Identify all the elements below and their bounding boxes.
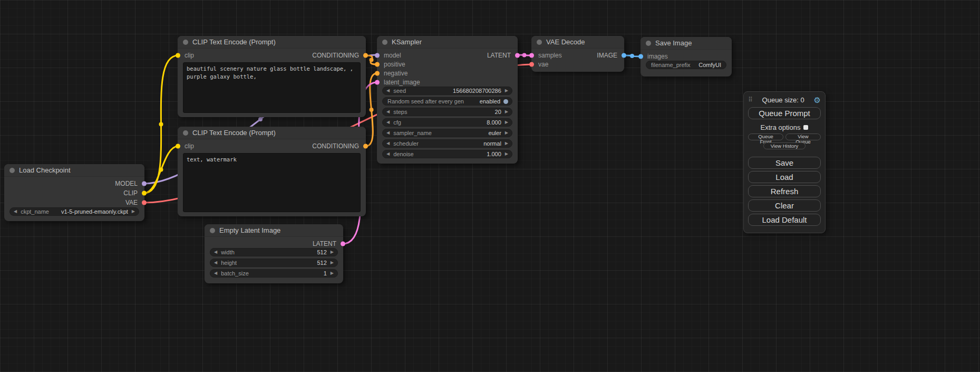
save-image-node[interactable]: Save Image images filename_prefix ComfyU… <box>641 37 732 77</box>
output-label: MODEL <box>115 180 138 187</box>
toggle-indicator-icon[interactable] <box>503 99 508 104</box>
view-history-button[interactable]: View History <box>763 142 806 149</box>
conditioning-output-port[interactable] <box>363 144 368 148</box>
node-title-bar[interactable]: Load Checkpoint <box>4 164 144 177</box>
sampler-name-widget[interactable]: ◀ sampler_name euler ▶ <box>382 129 512 137</box>
filename-prefix-widget[interactable]: filename_prefix ComfyUI <box>646 61 726 69</box>
batch-size-widget[interactable]: ◀ batch_size 1 ▶ <box>210 269 338 278</box>
comfy-menu-panel[interactable]: ⠿ Queue size: 0 ⚙ Queue Prompt Extra opt… <box>743 91 826 233</box>
increment-icon[interactable]: ▶ <box>505 152 508 156</box>
queue-size-label: Queue size: 0 <box>753 96 814 104</box>
clip-text-encode-negative-node[interactable]: CLIP Text Encode (Prompt) clip CONDITION… <box>178 127 366 216</box>
width-widget[interactable]: ◀ width 512 ▶ <box>210 248 338 256</box>
link-midpoint-dot <box>159 122 163 127</box>
latent-image-input-port[interactable] <box>375 80 380 84</box>
images-input-port[interactable] <box>638 54 643 59</box>
decrement-icon[interactable]: ◀ <box>386 110 390 114</box>
decrement-icon[interactable]: ◀ <box>214 250 217 254</box>
collapse-dot-icon[interactable] <box>183 130 188 136</box>
view-queue-button[interactable]: View Queue <box>785 133 821 140</box>
increment-icon[interactable]: ▶ <box>505 120 508 125</box>
extra-options-checkbox[interactable] <box>803 125 808 130</box>
clip-input-port[interactable] <box>176 53 180 58</box>
next-option-icon[interactable]: ▶ <box>505 131 508 135</box>
node-title-bar[interactable]: VAE Decode <box>531 36 624 49</box>
node-title-bar[interactable]: CLIP Text Encode (Prompt) <box>178 127 366 139</box>
decrement-icon[interactable]: ◀ <box>386 152 390 156</box>
collapse-dot-icon[interactable] <box>646 41 651 46</box>
empty-latent-image-node[interactable]: Empty Latent Image LATENT ◀ width 512 ▶ … <box>205 224 343 283</box>
widget-label: steps <box>393 109 494 115</box>
latent-output-port[interactable] <box>341 241 345 246</box>
node-graph-canvas[interactable]: Load Checkpoint MODEL CLIP VAE ◀ ckpt_na… <box>0 0 980 372</box>
drag-handle-icon[interactable]: ⠿ <box>748 96 753 103</box>
clear-button[interactable]: Clear <box>748 199 821 212</box>
vae-output-port[interactable] <box>142 201 147 205</box>
decrement-icon[interactable]: ◀ <box>386 89 390 93</box>
height-widget[interactable]: ◀ height 512 ▶ <box>210 259 338 267</box>
next-option-icon[interactable]: ▶ <box>132 209 135 214</box>
model-input-port[interactable] <box>375 53 380 58</box>
collapse-dot-icon[interactable] <box>183 40 188 45</box>
node-title: KSampler <box>392 38 422 46</box>
node-title: Empty Latent Image <box>219 226 280 234</box>
load-default-button[interactable]: Load Default <box>748 214 821 226</box>
collapse-dot-icon[interactable] <box>537 40 542 45</box>
clip-input-port[interactable] <box>176 144 180 148</box>
decrement-icon[interactable]: ◀ <box>386 120 390 125</box>
latent-output-port[interactable] <box>515 53 520 58</box>
ckpt-name-widget[interactable]: ◀ ckpt_name v1-5-pruned-emaonly.ckpt ▶ <box>9 207 139 216</box>
collapse-dot-icon[interactable] <box>210 228 215 233</box>
positive-input-port[interactable] <box>375 62 380 66</box>
queue-front-button[interactable]: Queue Front <box>748 133 783 140</box>
vae-input-port[interactable] <box>529 62 534 66</box>
prev-option-icon[interactable]: ◀ <box>14 209 17 214</box>
output-label: LATENT <box>487 52 511 59</box>
clip-output-port[interactable] <box>142 191 147 196</box>
next-option-icon[interactable]: ▶ <box>505 141 508 146</box>
prev-option-icon[interactable]: ◀ <box>386 141 390 146</box>
increment-icon[interactable]: ▶ <box>331 261 334 265</box>
input-label: clip <box>185 52 194 59</box>
collapse-dot-icon[interactable] <box>382 40 387 45</box>
samples-input-port[interactable] <box>529 53 534 58</box>
decrement-icon[interactable]: ◀ <box>214 261 217 265</box>
clip-text-encode-positive-node[interactable]: CLIP Text Encode (Prompt) clip CONDITION… <box>178 36 366 117</box>
increment-icon[interactable]: ▶ <box>331 250 334 254</box>
image-output-port[interactable] <box>622 53 626 58</box>
seed-widget[interactable]: ◀ seed 156680208700286 ▶ <box>382 87 512 95</box>
positive-prompt-textarea[interactable]: beautiful scenery nature glass bottle la… <box>183 62 361 113</box>
random-seed-toggle-widget[interactable]: Random seed after every gen enabled <box>382 97 512 106</box>
negative-prompt-textarea[interactable]: text, watermark <box>183 153 361 212</box>
widget-value: euler <box>488 130 501 136</box>
increment-icon[interactable]: ▶ <box>505 89 508 93</box>
queue-prompt-button[interactable]: Queue Prompt <box>748 107 821 119</box>
ksampler-node[interactable]: KSampler model LATENT positive negative … <box>377 36 518 164</box>
decrement-icon[interactable]: ◀ <box>214 271 217 275</box>
save-button[interactable]: Save <box>748 157 821 169</box>
slot-row: LATENT <box>205 239 343 248</box>
slot-row: VAE <box>4 198 144 207</box>
denoise-widget[interactable]: ◀ denoise 1.000 ▶ <box>382 150 512 158</box>
negative-input-port[interactable] <box>375 71 380 75</box>
prev-option-icon[interactable]: ◀ <box>386 131 390 135</box>
node-title-bar[interactable]: Empty Latent Image <box>205 224 343 237</box>
vae-decode-node[interactable]: VAE Decode samples IMAGE vae <box>531 36 624 72</box>
increment-icon[interactable]: ▶ <box>505 110 508 114</box>
refresh-button[interactable]: Refresh <box>748 185 821 197</box>
load-button[interactable]: Load <box>748 171 821 183</box>
load-checkpoint-node[interactable]: Load Checkpoint MODEL CLIP VAE ◀ ckpt_na… <box>4 164 144 221</box>
collapse-dot-icon[interactable] <box>9 168 15 173</box>
scheduler-widget[interactable]: ◀ scheduler normal ▶ <box>382 139 512 148</box>
node-title-bar[interactable]: CLIP Text Encode (Prompt) <box>178 36 366 49</box>
increment-icon[interactable]: ▶ <box>331 271 334 275</box>
steps-widget[interactable]: ◀ steps 20 ▶ <box>382 108 512 116</box>
model-output-port[interactable] <box>142 182 147 186</box>
conditioning-output-port[interactable] <box>363 53 368 58</box>
output-label: CLIP <box>123 189 138 197</box>
link-midpoint-dot <box>370 58 374 62</box>
settings-gear-icon[interactable]: ⚙ <box>814 96 821 104</box>
cfg-widget[interactable]: ◀ cfg 8.000 ▶ <box>382 118 512 127</box>
node-title-bar[interactable]: Save Image <box>641 37 732 50</box>
node-title-bar[interactable]: KSampler <box>377 36 518 49</box>
